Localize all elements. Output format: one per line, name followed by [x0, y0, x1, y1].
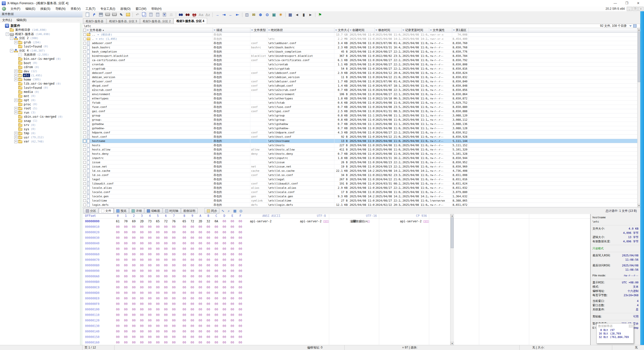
menu-3[interactable]: 导航(N) [53, 7, 68, 11]
case-edit-menu[interactable]: 编辑(B) [14, 18, 29, 22]
mail-icon[interactable]: ✉ [251, 12, 257, 18]
go-back-icon[interactable]: ← [228, 12, 234, 18]
expand-icon[interactable]: + [14, 70, 18, 73]
tree-item-run[interactable]: +run(3) [0, 111, 83, 115]
hex-row[interactable]: 00000080 0000000000000000000000000000000… [83, 263, 590, 268]
tree-item-分区 2[interactable]: −分区 2(308) [0, 36, 83, 41]
row-checkbox[interactable] [83, 114, 86, 117]
tree-item-分区 4[interactable]: −分区 4(146,387) [0, 49, 83, 53]
row-checkbox[interactable] [83, 191, 86, 194]
magnifier-icon[interactable]: ⊙ [264, 12, 270, 18]
col-8[interactable]: 文件属性 [429, 28, 452, 32]
hex-row[interactable]: 00000090 0000000000000000000000000000000… [83, 268, 590, 274]
target-list-icon[interactable]: ◎ [238, 208, 244, 213]
row-checkbox[interactable] [83, 152, 86, 155]
hex-row[interactable]: 00000030 0000000000000000000000000000000… [83, 235, 590, 241]
tree-item-mnt[interactable]: mnt(0) [0, 94, 83, 98]
filter-funnel-icon[interactable] [268, 30, 270, 31]
filter-funnel-icon[interactable] [251, 30, 253, 31]
interpreter-icon[interactable]: ◫ [244, 12, 250, 18]
col-filename[interactable]: 文件名称▲ [83, 28, 213, 32]
menu-0[interactable]: 文件(F) [8, 7, 23, 11]
filter-funnel-icon[interactable] [402, 30, 404, 31]
row-checkbox[interactable] [83, 199, 86, 202]
find-list-icon[interactable]: ⌕ [226, 208, 232, 213]
tree-item-sys[interactable]: sys(0) [0, 127, 83, 131]
new-file-icon[interactable] [84, 12, 91, 18]
tab-2[interactable]: 检材3-服务器, 分区 2 [140, 19, 173, 24]
row-checkbox[interactable] [83, 101, 86, 104]
column-settings-icon[interactable] [633, 24, 636, 28]
close-button[interactable]: ✕ [632, 0, 644, 6]
file-row-ld.so.conf[interactable]: ld.so.conf 存在的 conf \etc\ld.so.conf 34 B… [83, 173, 640, 177]
hex-scrollbar[interactable]: ▲ ▼ [450, 214, 454, 345]
row-checkbox[interactable] [83, 76, 86, 79]
row-checkbox[interactable] [83, 106, 86, 108]
file-row-libaudit.conf[interactable]: libaudit.conf 存在的 conf \etc\libaudit.con… [83, 182, 640, 186]
mdi-minimize-button[interactable]: _ [627, 7, 632, 11]
col-4[interactable]: 文件大小 [334, 28, 349, 32]
file-row-fuse.conf[interactable]: fuse.conf 存在的 conf \etc\fuse.conf 0.7 KB… [83, 105, 640, 109]
table-list-icon[interactable]: ▦ [232, 208, 238, 213]
row-checkbox[interactable] [83, 131, 86, 134]
file-row-host.conf[interactable]: host.conf 存在的 conf \etc\host.conf 92 B 2… [83, 135, 640, 139]
hex-row[interactable]: 00000130 0000000000000000000000000000000… [83, 323, 590, 329]
brightness-icon[interactable]: ☀ [278, 12, 284, 18]
properties-icon[interactable]: ✎ [118, 12, 124, 18]
row-checkbox[interactable] [83, 118, 86, 121]
hex-row[interactable]: 00000120 0000000000000000000000000000000… [83, 318, 590, 323]
row-checkbox[interactable] [83, 135, 86, 138]
col-5[interactable]: 创建时间 [349, 28, 375, 32]
row-checkbox[interactable] [83, 169, 86, 172]
file-row-bindresvport.blacklist[interactable]: bindresvport.blacklist 存在的 blacklist \et… [83, 54, 640, 58]
hex-row[interactable]: 00000050 0000000000000000000000000000000… [83, 246, 590, 252]
file-row-bash.bashrc[interactable]: bash.bashrc 存在的 bashrc \etc\bash.bashrc … [83, 45, 640, 50]
row-checkbox[interactable] [83, 178, 86, 181]
bookmark-icon[interactable]: ⚑ [317, 12, 323, 18]
view-tab-缩略图[interactable]: 缩略图 [145, 208, 162, 214]
folder-up-icon[interactable] [125, 12, 131, 18]
tree-item-bin.usr-is-merged[interactable]: bin.usr-is-merged(0) [0, 57, 83, 61]
clipboard-icon[interactable] [155, 12, 161, 18]
current-path[interactable]: \etc [83, 24, 91, 28]
file-row-dhcpd.conf[interactable]: dhcpd.conf 存在的 conf \etc\dhcpd.conf 1.4 … [83, 84, 640, 88]
view-tab-图例说明[interactable]: 图例说明 [181, 208, 198, 214]
row-checkbox[interactable] [83, 59, 86, 62]
hex-row[interactable]: 000000E0 0000000000000000000000000000000… [83, 296, 590, 301]
row-checkbox[interactable] [83, 123, 86, 125]
expand-icon[interactable]: + [14, 74, 18, 77]
view-tab-分区[interactable]: 分区 [84, 208, 98, 214]
cursor-icon[interactable]: ▮ [301, 12, 307, 18]
file-row-debian_version[interactable]: debian_version 存在的 \etc\debian_version 1… [83, 75, 640, 79]
tree-item-lost+found[interactable]: lost+found(0) [0, 86, 83, 90]
col-6[interactable]: 修改时间 [375, 28, 402, 32]
row-checkbox[interactable] [83, 182, 86, 185]
row-checkbox[interactable] [83, 110, 86, 113]
file-row-group-[interactable]: group- 存在的 \etc\group- 0.8 KB 2025/04/08… [83, 118, 640, 122]
col-2[interactable]: 文件类型 [250, 28, 267, 32]
row-checkbox[interactable] [83, 140, 86, 142]
file-row-locale.conf[interactable]: locale.conf 存在的 conf \etc\locale.conf 17… [83, 190, 640, 194]
hex-row[interactable]: 000000A0 0000000000000000000000000000000… [83, 274, 590, 279]
row-checkbox[interactable] [83, 38, 86, 40]
copy-icon[interactable] [141, 12, 147, 18]
save-icon[interactable] [98, 12, 104, 18]
tree-item-srv[interactable]: srv(0) [0, 123, 83, 127]
gallery-icon[interactable]: ▣ [271, 12, 277, 18]
tree-item-lost+found[interactable]: lost+found(0) [0, 45, 83, 49]
file-row-issue.net[interactable]: issue.net 存在的 net \etc\issue.net 19 B 20… [83, 164, 640, 169]
row-checkbox[interactable] [83, 55, 86, 57]
filter-icon[interactable] [629, 25, 632, 27]
row-checkbox[interactable] [83, 165, 86, 168]
row-checkbox[interactable] [83, 72, 86, 74]
expand-icon[interactable]: + [14, 111, 18, 114]
file-row-group[interactable]: group 存在的 \etc\group 0.8 KB 2025/04/08 1… [83, 113, 640, 118]
select-all-checkbox[interactable] [83, 29, 86, 32]
tab-0[interactable]: 检材3-服务器 [83, 19, 106, 24]
search-icon[interactable] [178, 12, 184, 18]
row-checkbox[interactable] [83, 148, 86, 151]
binary-copy-icon[interactable]: 101010 [168, 12, 174, 18]
hex-row[interactable]: 000000C0 0000000000000000000000000000000… [83, 285, 590, 290]
tree-item-root[interactable]: +root(5) [0, 106, 83, 111]
col-3[interactable]: 绝对路径 [267, 28, 334, 32]
